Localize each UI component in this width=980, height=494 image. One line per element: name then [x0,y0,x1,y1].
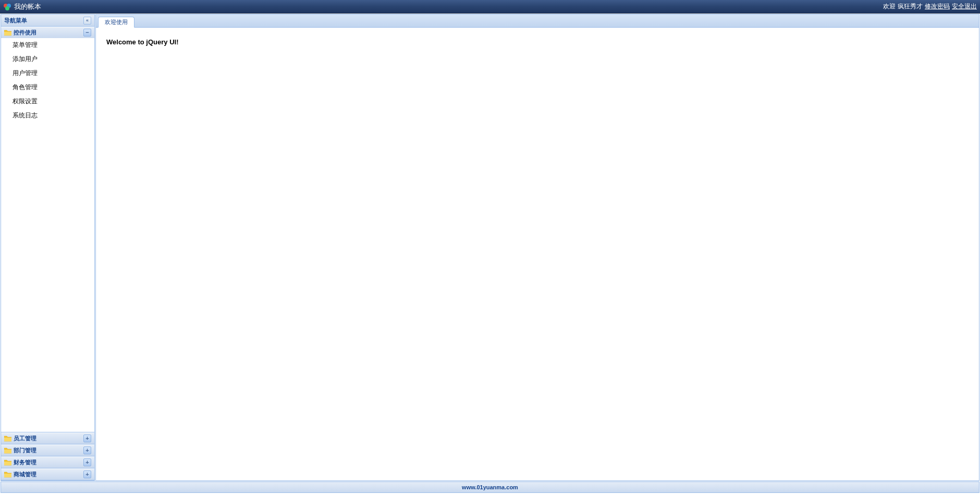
folder-icon [4,436,11,442]
welcome-prefix: 欢迎 [883,2,896,11]
change-password-link[interactable]: 修改密码 [925,2,950,11]
tab-bar: 欢迎使用 [96,15,979,28]
chevron-left-icon: « [86,18,89,23]
folder-icon [4,472,11,478]
accordion-panel-dept: 部门管理 + [1,444,94,456]
folder-icon [4,460,11,466]
footer: www.01yuanma.com [1,481,979,493]
sidebar-body: 控件使用 − 菜单管理 添加用户 用户管理 角色管理 权限设置 系统日志 [1,27,94,480]
accordion-header-mall[interactable]: 商城管理 + [1,468,94,480]
accordion-content-controls: 菜单管理 添加用户 用户管理 角色管理 权限设置 系统日志 [1,38,94,432]
welcome-heading: Welcome to jQuery UI! [106,38,969,46]
logout-link[interactable]: 安全退出 [952,2,977,11]
sidebar-item-permission[interactable]: 权限设置 [1,94,94,109]
sidebar-item-role-mgmt[interactable]: 角色管理 [1,80,94,94]
tab-label: 欢迎使用 [105,18,128,26]
accordion-header-dept[interactable]: 部门管理 + [1,444,94,456]
expand-icon: + [83,459,91,466]
header-left: 我的帐本 [3,2,41,11]
folder-icon [4,30,11,36]
collapse-icon: − [83,29,91,37]
footer-text: www.01yuanma.com [462,484,518,490]
header-right: 欢迎 疯狂秀才 修改密码 安全退出 [883,2,977,11]
sidebar-item-menu-mgmt[interactable]: 菜单管理 [1,38,94,52]
username: 疯狂秀才 [898,2,923,11]
accordion-panel-finance: 财务管理 + [1,456,94,468]
sidebar-item-add-user[interactable]: 添加用户 [1,52,94,66]
main-layout: 导航菜单 « 控件使用 [0,14,980,481]
accordion-panel-mall: 商城管理 + [1,468,94,480]
sidebar-item-user-mgmt[interactable]: 用户管理 [1,66,94,80]
sidebar-header: 导航菜单 « [1,15,94,27]
app-logo-icon [3,3,11,11]
accordion-header-controls[interactable]: 控件使用 − [1,27,94,38]
accordion-panel-staff: 员工管理 + [1,432,94,444]
accordion-label: 财务管理 [14,459,36,466]
expand-icon: + [83,447,91,454]
sidebar: 导航菜单 « 控件使用 [1,14,95,481]
accordion-label: 商城管理 [14,471,36,478]
tab-content: Welcome to jQuery UI! [96,28,979,480]
app-header: 我的帐本 欢迎 疯狂秀才 修改密码 安全退出 [0,0,980,14]
accordion-panel-controls: 控件使用 − 菜单管理 添加用户 用户管理 角色管理 权限设置 系统日志 [1,27,94,432]
accordion-label: 部门管理 [14,447,36,454]
accordion-header-staff[interactable]: 员工管理 + [1,432,94,444]
sidebar-title: 导航菜单 [4,17,27,25]
folder-icon [4,448,11,454]
expand-icon: + [83,435,91,442]
app-title: 我的帐本 [14,2,41,11]
sidebar-collapse-button[interactable]: « [83,17,91,25]
tab-welcome[interactable]: 欢迎使用 [98,17,134,28]
sidebar-item-syslog[interactable]: 系统日志 [1,109,94,123]
accordion-header-finance[interactable]: 财务管理 + [1,456,94,468]
content-area: 欢迎使用 Welcome to jQuery UI! [95,14,979,481]
svg-point-2 [5,6,9,10]
expand-icon: + [83,471,91,478]
accordion-label: 员工管理 [14,435,36,442]
accordion-label: 控件使用 [14,29,36,37]
